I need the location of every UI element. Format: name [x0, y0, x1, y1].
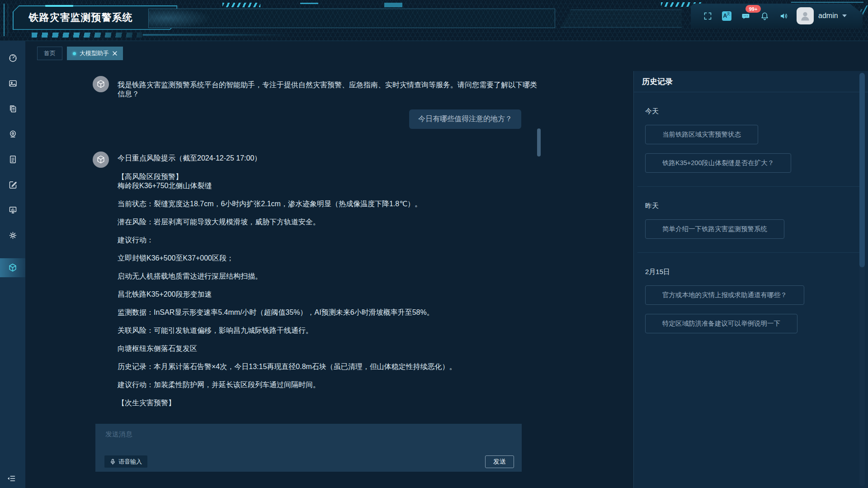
report-title: 今日重点风险提示（截至2024-12-25 17:00）: [118, 154, 538, 163]
messages-button[interactable]: 99+: [736, 4, 755, 28]
history-item[interactable]: 铁路K35+200段山体裂缝是否在扩大？: [645, 153, 791, 173]
report-paragraph: 历史记录：本月累计落石告警×4次，今日13:15再现直径0.8m石块（虽已清理，…: [118, 362, 538, 371]
chat-scrollbar-thumb[interactable]: [537, 128, 541, 156]
assistant-avatar: [93, 152, 109, 168]
user-avatar[interactable]: [797, 7, 814, 24]
data-board-icon: [8, 205, 18, 215]
report-paragraph: 昌北铁路K35+200段形变加速: [118, 290, 538, 299]
sidebar-collapse-button[interactable]: [6, 474, 16, 484]
sidebar-item-reports[interactable]: [0, 147, 25, 172]
tab-home[interactable]: 首页: [37, 47, 62, 60]
message-input[interactable]: [104, 429, 513, 453]
webcam-icon: [8, 129, 18, 139]
sidebar-item-dashboard[interactable]: [0, 45, 25, 71]
divider: [637, 252, 862, 253]
header-decor-bar-2: [561, 9, 682, 28]
microphone-icon: [110, 459, 116, 465]
header-stripes: [32, 33, 142, 38]
report-paragraph: 当前状态：裂缝宽度达18.7cm，6小时内扩张2.1cm，渗水迹象明显（热成像温…: [118, 199, 538, 208]
assistant-avatar: [93, 76, 109, 92]
assistant-intro-message: 我是铁路灾害监测预警系统平台的智能助手，专注于提供自然灾害预警、应急指南、实时灾…: [118, 81, 542, 99]
speaker-icon: [779, 11, 788, 21]
report-paragraph: 启动无人机搭载地质雷达进行深层结构扫描。: [118, 272, 538, 281]
voice-input-button[interactable]: 语音输入: [104, 455, 147, 468]
username-label[interactable]: admin: [818, 12, 838, 20]
report-paragraph: 立即封锁K36+500至K37+000区段；: [118, 254, 538, 263]
decor-rect: [384, 3, 402, 7]
dashboard-icon: [8, 53, 18, 63]
title-accent-line: [45, 5, 73, 7]
header-left-accent: [4, 4, 8, 36]
history-item[interactable]: 简单介绍一下铁路灾害监测预警系统: [645, 219, 784, 239]
sound-button[interactable]: [774, 4, 793, 28]
report-paragraph: 关联风险：可能引发轨道偏移，影响昌九城际铁路干线通行。: [118, 326, 538, 335]
sidebar-item-monitor-images[interactable]: [0, 71, 25, 96]
sidebar-item-ai-assistant[interactable]: [0, 258, 25, 277]
document-icon: [8, 155, 18, 164]
sidebar-item-settings[interactable]: [0, 223, 25, 248]
report-paragraph: 建议行动：: [118, 236, 538, 245]
person-icon: [799, 9, 811, 22]
bell-icon: [760, 11, 769, 21]
close-icon: [113, 51, 117, 56]
collapse-menu-icon: [6, 474, 16, 483]
decor-dash: [300, 3, 318, 4]
sidebar-item-camera[interactable]: [0, 121, 25, 147]
history-scrollbar-thumb[interactable]: [859, 73, 865, 267]
sidebar-item-analytics[interactable]: [0, 197, 25, 223]
fullscreen-icon: [703, 11, 712, 21]
user-message: 今日有哪些值得注意的地方？: [409, 109, 521, 129]
risk-report-message: 今日重点风险提示（截至2024-12-25 17:00） 【高风险区段预警】 梅…: [118, 154, 538, 417]
translate-button[interactable]: A 文: [717, 4, 736, 28]
chevron-down-icon[interactable]: [842, 14, 847, 17]
edit-icon: [8, 180, 18, 190]
decor-topline-right: [791, 2, 863, 3]
report-paragraph: 向塘枢纽东侧落石复发区: [118, 344, 538, 353]
report-paragraph: 潜在风险：岩层剥离可能导致大规模滑坡，威胁下方轨道安全。: [118, 218, 538, 227]
tab-bar: 首页 大模型助手: [37, 47, 123, 60]
report-paragraph: 【次生灾害预警】: [118, 398, 538, 407]
send-button[interactable]: 发送: [485, 455, 514, 468]
history-list: 今天 当前铁路区域灾害预警状态 铁路K35+200段山体裂缝是否在扩大？ 昨天 …: [634, 107, 868, 333]
cube-icon: [96, 79, 106, 89]
history-item[interactable]: 当前铁路区域灾害预警状态: [645, 125, 758, 144]
copy-document-icon: [8, 104, 18, 114]
sidebar-item-edit[interactable]: [0, 172, 25, 197]
history-item[interactable]: 特定区域防洪准备建议可以举例说明一下: [645, 314, 797, 333]
left-sidebar: [0, 41, 25, 488]
tab-close-button[interactable]: [113, 51, 117, 56]
app-root: 铁路灾害监测预警系统 A 文 99+: [0, 0, 868, 488]
translate-icon: A 文: [722, 11, 731, 21]
history-panel: 历史记录 今天 当前铁路区域灾害预警状态 铁路K35+200段山体裂缝是否在扩大…: [633, 71, 868, 488]
header-toolbar: A 文 99+ admin: [691, 4, 863, 28]
history-group-label: 2月15日: [645, 268, 850, 276]
tab-assistant[interactable]: 大模型助手: [67, 47, 123, 60]
history-group-label: 昨天: [645, 202, 850, 210]
decor-slashes-left: [222, 3, 260, 7]
report-paragraph: 监测数据：InSAR显示形变速率5.4mm/小时（超阈值35%），AI预测未来6…: [118, 308, 538, 317]
divider: [637, 186, 862, 187]
cube-icon: [8, 263, 18, 273]
report-paragraph: 建议行动：加装柔性防护网，并延长该区段列车通过间隔时间。: [118, 380, 538, 389]
active-tab-dot: [73, 52, 76, 55]
history-item[interactable]: 官方或本地的灾情上报或求助通道有哪些？: [645, 285, 804, 305]
gear-icon: [8, 231, 18, 240]
notifications-button[interactable]: [755, 4, 774, 28]
cube-icon: [96, 155, 106, 165]
header-decor-bar: [148, 9, 555, 28]
picture-icon: [8, 79, 18, 88]
history-group-label: 今天: [645, 107, 850, 116]
sidebar-item-documents[interactable]: [0, 96, 25, 121]
top-header: 铁路灾害监测预警系统 A 文 99+: [0, 0, 868, 41]
message-input-panel: 语音输入 发送: [95, 424, 522, 472]
history-title: 历史记录: [634, 71, 868, 92]
app-title: 铁路灾害监测预警系统: [29, 11, 133, 24]
fullscreen-button[interactable]: [698, 4, 717, 28]
header-stripe-tail: [143, 34, 292, 36]
report-paragraph: 【高风险区段预警】 梅岭段K36+750北侧山体裂缝: [118, 172, 538, 190]
